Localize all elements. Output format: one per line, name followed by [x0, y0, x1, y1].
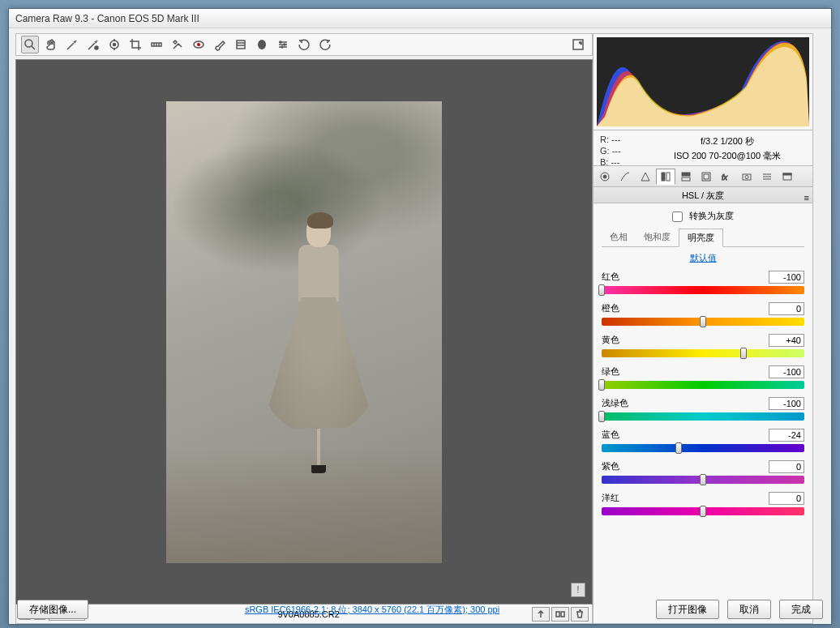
slider-thumb[interactable]: [700, 316, 706, 327]
slider-thumb[interactable]: [598, 284, 605, 296]
color-sampler-tool[interactable]: [84, 36, 102, 53]
svg-point-21: [284, 44, 285, 45]
svg-point-27: [603, 175, 606, 178]
slider-track[interactable]: [602, 286, 804, 294]
warning-icon[interactable]: !: [571, 583, 585, 597]
graduated-filter-tool[interactable]: [232, 36, 250, 53]
slider-thumb[interactable]: [700, 506, 706, 517]
slider-row-1: 橙色: [602, 302, 804, 326]
slider-row-3: 绿色: [602, 365, 804, 389]
slider-track[interactable]: [602, 507, 804, 515]
slider-value-input[interactable]: [769, 334, 804, 347]
slider-thumb[interactable]: [740, 348, 747, 359]
titlebar: Camera Raw 9.3 - Canon EOS 5D Mark III: [9, 9, 831, 28]
slider-track[interactable]: [602, 381, 804, 389]
done-button[interactable]: 完成: [779, 600, 823, 619]
hsl-panel: 转换为灰度 色相 饱和度 明亮度 默认值 红色橙色黄色绿色浅绿色蓝色紫色洋红: [593, 203, 813, 624]
slider-thumb[interactable]: [598, 411, 605, 422]
slider-label: 红色: [602, 271, 619, 284]
tab-split[interactable]: [676, 169, 696, 185]
preferences-tool[interactable]: [274, 36, 292, 53]
slider-label: 紫色: [602, 460, 619, 473]
hand-tool[interactable]: [42, 36, 60, 53]
cancel-button[interactable]: 取消: [727, 600, 771, 619]
metadata-panel: R: --- G: --- B: --- f/3.2 1/200 秒 ISO 2…: [593, 130, 813, 166]
crop-tool[interactable]: [126, 36, 144, 53]
slider-value-input[interactable]: [769, 460, 804, 473]
zoom-tool[interactable]: [21, 36, 39, 53]
slider-track[interactable]: [602, 476, 804, 484]
slider-track[interactable]: [602, 318, 804, 326]
slider-value-input[interactable]: [769, 271, 804, 284]
grayscale-checkbox[interactable]: [672, 211, 683, 222]
straighten-tool[interactable]: [148, 36, 165, 53]
tab-lens[interactable]: [696, 169, 716, 185]
slider-thumb[interactable]: [675, 442, 682, 454]
slider-label: 橙色: [602, 302, 619, 315]
tab-presets[interactable]: [757, 169, 777, 185]
subtab-hue[interactable]: 色相: [602, 229, 636, 246]
slider-track[interactable]: [602, 444, 804, 452]
white-balance-tool[interactable]: [63, 36, 81, 53]
grayscale-checkbox-label[interactable]: 转换为灰度: [672, 211, 733, 220]
tab-camera[interactable]: [737, 169, 756, 185]
redeye-tool[interactable]: [190, 36, 208, 53]
slider-label: 蓝色: [602, 429, 619, 442]
tab-detail[interactable]: [636, 169, 655, 185]
svg-point-36: [745, 175, 748, 178]
workflow-link[interactable]: sRGB IEC61966-2.1; 8 位; 3840 x 5760 (22.…: [245, 604, 499, 616]
slider-label: 洋红: [602, 492, 619, 505]
svg-rect-31: [682, 177, 690, 181]
svg-rect-13: [237, 41, 245, 49]
radial-filter-tool[interactable]: [253, 36, 271, 53]
image-preview[interactable]: !: [15, 59, 593, 605]
subtab-saturation[interactable]: 饱和度: [636, 229, 679, 246]
slider-value-input[interactable]: [769, 397, 804, 410]
slider-track[interactable]: [602, 349, 804, 357]
slider-value-input[interactable]: [769, 302, 804, 315]
svg-rect-29: [666, 173, 670, 181]
svg-point-22: [281, 46, 283, 48]
slider-value-input[interactable]: [769, 492, 804, 505]
default-link[interactable]: 默认值: [602, 252, 804, 264]
fullscreen-toggle[interactable]: [569, 36, 587, 53]
svg-rect-30: [682, 173, 690, 176]
save-image-button[interactable]: 存储图像...: [17, 600, 88, 619]
targeted-adjust-tool[interactable]: [105, 36, 123, 53]
rotate-cw-tool[interactable]: [316, 36, 334, 53]
slider-thumb[interactable]: [700, 474, 706, 485]
svg-point-12: [197, 43, 200, 46]
slider-row-5: 蓝色: [602, 429, 804, 452]
slider-value-input[interactable]: [769, 365, 804, 378]
subtab-luminance[interactable]: 明亮度: [679, 229, 723, 247]
svg-point-16: [258, 40, 266, 49]
adjustment-brush-tool[interactable]: [211, 36, 229, 53]
spot-removal-tool[interactable]: [169, 36, 186, 53]
svg-rect-28: [662, 173, 665, 181]
meta-exposure: f/3.2 1/200 秒: [649, 134, 806, 148]
rotate-ccw-tool[interactable]: [295, 36, 313, 53]
slider-value-input[interactable]: [769, 429, 804, 442]
hsl-subtabs: 色相 饱和度 明亮度: [602, 229, 804, 247]
panel-menu-icon[interactable]: ≡: [804, 190, 809, 206]
footer: 存储图像... sRGB IEC61966-2.1; 8 位; 3840 x 5…: [17, 600, 823, 619]
slider-track[interactable]: [602, 412, 804, 421]
tab-snapshots[interactable]: [778, 169, 797, 185]
top-toolbar: [15, 33, 593, 56]
panel-title: HSL / 灰度 ≡: [593, 187, 813, 203]
slider-thumb[interactable]: [598, 379, 605, 391]
meta-r: R: ---: [600, 134, 649, 145]
open-image-button[interactable]: 打开图像: [656, 600, 719, 619]
slider-label: 黄色: [602, 334, 619, 347]
histogram: [593, 33, 813, 130]
tab-curve[interactable]: [615, 169, 635, 185]
meta-g: G: ---: [600, 145, 649, 156]
tab-fx[interactable]: fx: [717, 169, 736, 185]
slider-row-4: 浅绿色: [602, 397, 804, 421]
tab-basic[interactable]: [595, 169, 615, 185]
camera-raw-window: Camera Raw 9.3 - Canon EOS 5D Mark III: [8, 8, 832, 625]
tab-hsl[interactable]: [656, 169, 675, 185]
photo-content: [166, 101, 442, 563]
slider-label: 绿色: [602, 365, 619, 378]
slider-label: 浅绿色: [602, 397, 628, 410]
